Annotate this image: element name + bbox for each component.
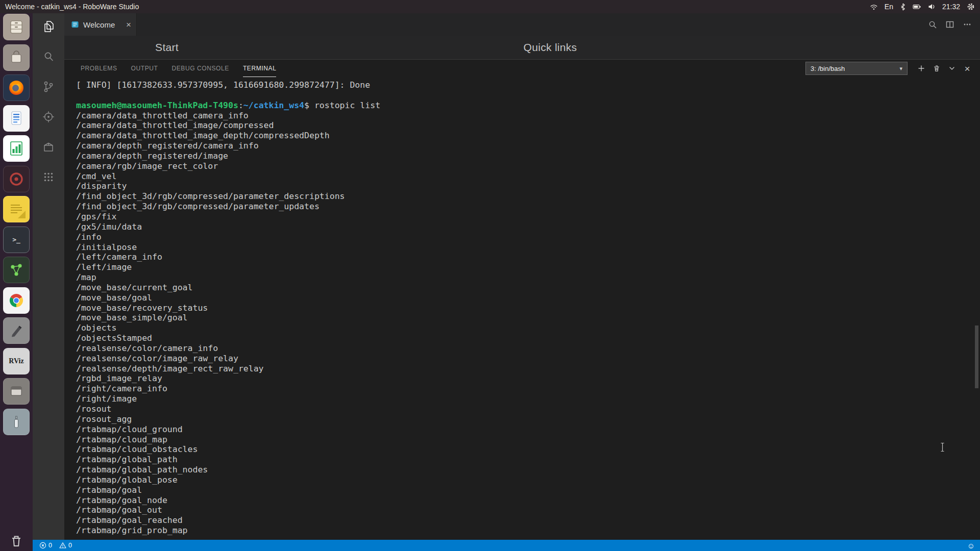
keyboard-layout-indicator[interactable]: En bbox=[885, 3, 893, 11]
topic-line: /objectsStamped bbox=[76, 333, 980, 343]
panel-header: PROBLEMS OUTPUT DEBUG CONSOLE TERMINAL 3… bbox=[64, 60, 980, 77]
terminal-blank-line bbox=[76, 90, 980, 101]
welcome-page: Start Quick links bbox=[64, 36, 980, 59]
trash-icon[interactable] bbox=[3, 528, 30, 551]
battery-icon[interactable] bbox=[913, 3, 921, 10]
source-control-icon[interactable] bbox=[42, 80, 55, 93]
topic-line: /rtabmap/global_path_nodes bbox=[76, 465, 980, 475]
panel-tab-debug-console[interactable]: DEBUG CONSOLE bbox=[172, 60, 229, 77]
window-title: Welcome - catkin_ws4 - RoboWare Studio bbox=[5, 3, 139, 11]
terminal-command: rostopic list bbox=[314, 101, 380, 110]
topic-line: /map bbox=[76, 272, 980, 283]
topic-list: /camera/data_throttled_camera_info/camer… bbox=[76, 111, 980, 536]
kill-terminal-button[interactable] bbox=[929, 62, 944, 75]
status-bar: 0 0 ☺ bbox=[33, 540, 980, 551]
topic-line: /rtabmap/cloud_obstacles bbox=[76, 444, 980, 455]
bluetooth-icon[interactable] bbox=[900, 3, 906, 11]
problems-status[interactable]: 0 0 bbox=[39, 542, 72, 549]
rviz-icon[interactable]: RViz bbox=[3, 348, 30, 374]
topic-line: /camera/depth_registered/image bbox=[76, 151, 980, 161]
app-window-icon[interactable] bbox=[3, 378, 30, 405]
terminal-scrollbar-thumb[interactable] bbox=[975, 325, 978, 388]
topic-line: /rtabmap/cloud_map bbox=[76, 435, 980, 445]
extensions-icon[interactable] bbox=[42, 140, 55, 154]
editor-actions bbox=[926, 13, 980, 36]
system-tray: En 21:32 bbox=[870, 3, 975, 11]
terminal-info-line: [ INFO] [1617382633.957370995, 161669168… bbox=[76, 80, 980, 90]
ros-app-icon[interactable] bbox=[3, 166, 30, 192]
terminal-output[interactable]: [ INFO] [1617382633.957370995, 161669168… bbox=[64, 77, 980, 540]
topic-line: /rtabmap/grid_prob_map bbox=[76, 525, 980, 536]
text-cursor bbox=[940, 442, 945, 452]
terminal-selector-value: 3: /bin/bash bbox=[811, 65, 845, 72]
panel-controls: 3: /bin/bash ▾ × bbox=[805, 62, 980, 75]
topic-line: /camera/rgb/image_rect_color bbox=[76, 161, 980, 171]
firefox-icon[interactable] bbox=[3, 74, 30, 101]
prompt-dollar: $ bbox=[304, 101, 314, 110]
topic-line: /cmd_vel bbox=[76, 171, 980, 182]
dropdown-arrow-icon: ▾ bbox=[899, 65, 902, 72]
prompt-path: ~/catkin_ws4 bbox=[243, 101, 304, 110]
new-terminal-button[interactable] bbox=[914, 62, 929, 75]
topic-line: /rgbd_image_relay bbox=[76, 373, 980, 384]
error-icon bbox=[39, 542, 46, 549]
sticky-notes-icon[interactable] bbox=[3, 196, 30, 222]
topic-line: /disparity bbox=[76, 181, 980, 191]
tab-welcome[interactable]: Welcome × bbox=[64, 13, 137, 36]
text-editor-icon[interactable] bbox=[3, 317, 30, 344]
usb-creator-icon[interactable] bbox=[3, 409, 30, 435]
libreoffice-calc-icon[interactable] bbox=[3, 135, 30, 162]
chrome-icon[interactable] bbox=[3, 287, 30, 314]
topic-line: /realsense/color/image_raw_relay bbox=[76, 354, 980, 364]
prompt-user-host: masoumeh@masoumeh-ThinkPad-T490s bbox=[76, 101, 238, 110]
warning-icon bbox=[59, 542, 66, 549]
roboware-studio-icon[interactable] bbox=[3, 105, 30, 132]
panel-tab-problems[interactable]: PROBLEMS bbox=[81, 60, 117, 77]
topic-line: /move_base_simple/goal bbox=[76, 313, 980, 323]
search-icon[interactable] bbox=[42, 50, 55, 63]
topic-line: /initialpose bbox=[76, 242, 980, 253]
session-gear-icon[interactable] bbox=[967, 3, 975, 11]
debug-icon[interactable] bbox=[42, 110, 55, 123]
tab-close-icon[interactable]: × bbox=[126, 20, 131, 29]
topic-line: /camera/data_throttled_image_depth/compr… bbox=[76, 131, 980, 141]
feedback-smiley-icon[interactable]: ☺ bbox=[967, 541, 975, 550]
topic-line: /realsense/color/camera_info bbox=[76, 343, 980, 354]
topic-line: /gps/fix bbox=[76, 212, 980, 222]
file-manager-icon[interactable] bbox=[3, 14, 30, 40]
split-editor-icon[interactable] bbox=[943, 18, 957, 31]
topic-line: /rosout bbox=[76, 404, 980, 414]
explorer-icon[interactable] bbox=[42, 20, 55, 33]
tab-label: Welcome bbox=[83, 20, 115, 29]
apps-grid-icon[interactable] bbox=[42, 170, 55, 184]
panel-tab-terminal[interactable]: TERMINAL bbox=[243, 60, 276, 77]
topic-line: /rtabmap/global_pose bbox=[76, 475, 980, 485]
topic-line: /gx5/imu/data bbox=[76, 222, 980, 232]
more-actions-icon[interactable] bbox=[961, 18, 974, 31]
volume-icon[interactable] bbox=[928, 3, 936, 10]
clock[interactable]: 21:32 bbox=[942, 3, 960, 11]
topic-line: /move_base/current_goal bbox=[76, 283, 980, 293]
hide-panel-chevron-icon[interactable] bbox=[944, 62, 960, 75]
close-panel-button[interactable]: × bbox=[960, 62, 975, 75]
start-heading: Start bbox=[155, 41, 179, 54]
topic-line: /rtabmap/goal_reached bbox=[76, 515, 980, 525]
terminal-selector[interactable]: 3: /bin/bash ▾ bbox=[805, 62, 908, 75]
network-icon[interactable] bbox=[870, 3, 878, 11]
terminal-app-icon[interactable]: >_ bbox=[3, 227, 30, 253]
topic-line: /move_base/goal bbox=[76, 293, 980, 303]
system-top-bar: Welcome - catkin_ws4 - RoboWare Studio E… bbox=[0, 0, 980, 13]
quick-links-heading: Quick links bbox=[524, 41, 577, 54]
topic-line: /right/camera_info bbox=[76, 384, 980, 394]
editor-tab-bar: Welcome × bbox=[64, 13, 980, 36]
warning-count: 0 bbox=[68, 542, 72, 549]
topic-line: /rtabmap/goal_out bbox=[76, 505, 980, 515]
topic-line: /right/image bbox=[76, 394, 980, 404]
panel-tab-output[interactable]: OUTPUT bbox=[131, 60, 158, 77]
node-graph-app-icon[interactable] bbox=[3, 257, 30, 283]
software-center-icon[interactable] bbox=[3, 44, 30, 71]
topic-line: /rosout_agg bbox=[76, 414, 980, 424]
search-editor-icon[interactable] bbox=[926, 18, 939, 31]
bottom-panel: PROBLEMS OUTPUT DEBUG CONSOLE TERMINAL 3… bbox=[64, 59, 980, 540]
unity-launcher: >_ RViz bbox=[0, 13, 33, 551]
